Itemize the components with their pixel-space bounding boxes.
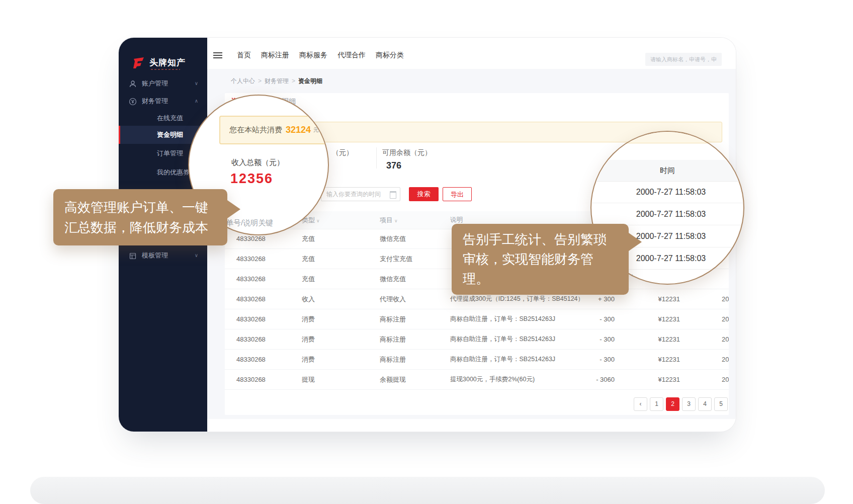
- cell-r3-c3: 代理收入: [380, 289, 406, 309]
- cell-r6-c7: 2000-7-27 11:58:03: [722, 350, 729, 369]
- sidebar-item-label: 在线充值: [157, 111, 183, 125]
- chevron-up-icon: ∧: [195, 94, 198, 108]
- lens-banner-unit: 元: [313, 126, 319, 134]
- breadcrumb-item-1[interactable]: 财务管理: [265, 77, 289, 85]
- lens-time-header: 时间: [591, 160, 743, 182]
- cell-r7-c4: 提现3000元，手续费2%(60元): [450, 370, 535, 389]
- tooltip-left: 高效管理账户订单、一键 汇总数据，降低财务成本: [53, 189, 227, 245]
- cell-r6-c5: - 300: [557, 350, 615, 369]
- finance-icon: [129, 97, 138, 106]
- sidebar-item-label: 订单管理: [157, 146, 183, 160]
- calendar-icon[interactable]: [390, 191, 396, 199]
- sidebar-item-2[interactable]: 在线充值: [119, 111, 207, 125]
- cell-r1-c2: 充值: [302, 249, 315, 269]
- date-query-input[interactable]: [321, 187, 400, 201]
- cell-r4-c4: 商标自助注册，订单号：SB2514263J: [450, 309, 555, 329]
- breadcrumb-separator: >: [258, 77, 262, 85]
- cell-r2-c3: 微信充值: [380, 269, 406, 289]
- template-icon: [129, 251, 138, 260]
- lens-income-label: 收入总额（元）: [231, 158, 284, 167]
- cell-r4-c5: - 300: [557, 309, 615, 329]
- chevron-down-icon: ∨: [316, 218, 320, 223]
- lens-banner-amount: 32124: [286, 125, 311, 135]
- cell-r1-c1: 48330268: [236, 249, 266, 269]
- cell-r5-c3: 商标注册: [380, 329, 406, 349]
- cell-r7-c1: 48330268: [236, 370, 266, 389]
- export-button[interactable]: 导出: [443, 187, 472, 201]
- cell-r7-c2: 提现: [302, 370, 315, 389]
- cell-r5-c1: 48330268: [236, 329, 266, 349]
- logo: 头牌知产: [133, 57, 186, 68]
- cell-r4-c2: 消费: [302, 309, 315, 329]
- table-row: 48330268消费商标注册商标自助注册，订单号：SB2514263J- 300…: [225, 329, 729, 350]
- cell-r3-c7: 2000-7-27 11:58:03: [722, 289, 729, 309]
- lens-time-row-1: 2000-7-27 11:58:03: [591, 203, 743, 225]
- cell-r7-c6: ¥12231: [637, 370, 680, 389]
- breadcrumb: 个人中心>财务管理>资金明细: [231, 77, 322, 86]
- breadcrumb-item-2[interactable]: 资金明细: [298, 77, 322, 85]
- pagination-prev[interactable]: ‹: [634, 397, 647, 411]
- nav-item-1[interactable]: 商标注册: [261, 51, 289, 60]
- laptop-mockup: 头牌知产 账户管理∨财务管理∧在线充值资金明细订单管理我的优惠券我的发票模板管理…: [0, 0, 853, 504]
- cell-r5-c4: 商标自助注册，订单号：SB2514263J: [450, 329, 555, 349]
- search-button[interactable]: 搜索: [409, 187, 439, 201]
- nav-item-0[interactable]: 首页: [237, 51, 251, 60]
- header-search-input[interactable]: [645, 53, 722, 66]
- nav-item-4[interactable]: 商标分类: [376, 51, 404, 60]
- cell-r3-c1: 48330268: [236, 289, 266, 309]
- col-project[interactable]: 项目∨: [380, 211, 398, 230]
- logo-icon: [133, 57, 146, 68]
- breadcrumb-item-0[interactable]: 个人中心: [231, 77, 255, 85]
- cell-r2-c1: 48330268: [236, 269, 266, 289]
- cell-r6-c1: 48330268: [236, 350, 266, 369]
- nav-item-3[interactable]: 代理合作: [337, 51, 366, 60]
- menu-icon[interactable]: [213, 51, 222, 60]
- sidebar-item-label: 我的优惠券: [157, 165, 190, 180]
- lens-income-value: 12356: [230, 171, 273, 187]
- chevron-down-icon: ∨: [195, 248, 198, 263]
- cell-r5-c5: - 300: [557, 329, 615, 349]
- pagination-page-4[interactable]: 4: [698, 397, 712, 411]
- sidebar-item-label: 资金明细: [157, 126, 183, 144]
- stat-divider: [376, 147, 377, 169]
- pagination-page-3[interactable]: 3: [682, 397, 696, 411]
- cell-r4-c6: ¥12231: [637, 309, 680, 329]
- lens-time-row-0: 2000-7-27 11:58:03: [591, 181, 743, 203]
- cell-r6-c3: 商标注册: [380, 350, 406, 369]
- logo-subtext: [151, 69, 180, 70]
- sidebar-item-label: 模板管理: [142, 248, 168, 263]
- balance-label: 可用余额（元）: [382, 148, 432, 157]
- topbar-nav: 首页商标注册商标服务代理合作商标分类: [237, 51, 404, 60]
- cell-r6-c6: ¥12231: [637, 350, 680, 369]
- spend-label-fragment: （元）: [332, 148, 353, 157]
- cell-r0-c3: 微信充值: [380, 229, 406, 248]
- lens-banner-prefix: 您在本站共消费: [229, 125, 282, 135]
- pagination-page-2[interactable]: 2: [666, 397, 679, 411]
- sidebar-item-7[interactable]: 模板管理∨: [119, 248, 207, 263]
- table-row: 48330268消费商标注册商标自助注册，订单号：SB2514263J- 300…: [225, 350, 729, 370]
- cell-r7-c3: 余额提现: [380, 370, 406, 389]
- cell-r3-c6: ¥12231: [637, 289, 680, 309]
- cell-r6-c2: 消费: [302, 350, 315, 369]
- table-row: 48330268消费商标注册商标自助注册，订单号：SB2514263J- 300…: [225, 309, 729, 329]
- cell-r4-c1: 48330268: [236, 309, 266, 329]
- breadcrumb-separator: >: [292, 77, 295, 85]
- sidebar-item-1[interactable]: 财务管理∧: [119, 94, 207, 108]
- user-icon: [129, 79, 138, 88]
- cell-r5-c7: 2000-7-27 11:58:03: [722, 329, 729, 349]
- table-row: 48330268提现余额提现提现3000元，手续费2%(60元)- 3060¥1…: [225, 370, 729, 390]
- balance-value: 376: [386, 160, 401, 171]
- lens-banner: 您在本站共消费 32124 元 820 元: [219, 116, 329, 144]
- cell-r7-c7: 2000-7-27 11:58:03: [722, 370, 729, 389]
- chevron-down-icon: ∨: [394, 218, 398, 223]
- nav-item-2[interactable]: 商标服务: [299, 51, 327, 60]
- topbar: 首页商标注册商标服务代理合作商标分类: [207, 38, 736, 69]
- pagination-page-1[interactable]: 1: [650, 397, 663, 411]
- cell-r7-c5: - 3060: [557, 370, 615, 389]
- pagination-page-5[interactable]: 5: [714, 397, 728, 411]
- cell-r4-c7: 2000-7-27 11:58:03: [722, 309, 729, 329]
- sidebar-item-0[interactable]: 账户管理∨: [119, 76, 207, 91]
- cell-r1-c3: 支付宝充值: [380, 249, 412, 269]
- cell-r6-c4: 商标自助注册，订单号：SB2514263J: [450, 350, 555, 369]
- laptop-base: [30, 477, 825, 504]
